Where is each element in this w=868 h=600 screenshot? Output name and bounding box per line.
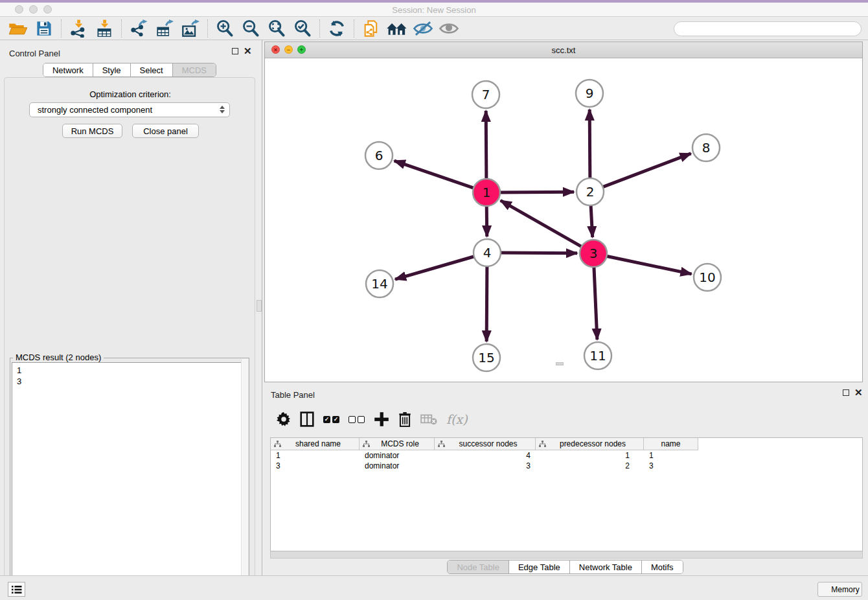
edge-2-8[interactable] — [601, 154, 691, 188]
close-panel-icon[interactable]: ✕ — [244, 48, 252, 54]
node-8[interactable]: 8 — [692, 134, 720, 161]
table-tabs: Node Table Edge Table Network Table Moti… — [262, 560, 868, 574]
node-4[interactable]: 4 — [474, 239, 501, 266]
cell-successor-nodes: 3 — [435, 461, 536, 470]
export-network-button[interactable] — [126, 18, 152, 39]
column-header-mcds-role[interactable]: MCDS role — [360, 438, 435, 450]
close-panel-button[interactable]: Close panel — [132, 124, 199, 138]
tab-style[interactable]: Style — [93, 63, 131, 76]
task-list-icon — [12, 585, 22, 594]
refresh-view-button[interactable] — [324, 18, 350, 39]
table-header-row: shared name MCDS role successor nodes pr… — [271, 438, 698, 450]
node-6[interactable]: 6 — [365, 142, 393, 169]
open-folder-icon — [8, 20, 28, 37]
export-table-button[interactable] — [152, 18, 177, 39]
network-overview-button[interactable] — [384, 18, 410, 39]
column-header-successor-nodes[interactable]: successor nodes — [435, 438, 536, 450]
network-graph: 7968124314101511 — [265, 58, 862, 382]
node-3[interactable]: 3 — [580, 240, 607, 267]
edge-2-9[interactable] — [589, 110, 590, 180]
node-label: 11 — [589, 348, 606, 363]
add-column-button[interactable] — [374, 410, 389, 429]
result-scrollbar[interactable] — [241, 359, 248, 592]
memory-status-dot — [820, 586, 828, 594]
open-session-button[interactable] — [5, 18, 31, 39]
edge-2-3[interactable] — [591, 203, 593, 237]
zoom-fit-button[interactable] — [264, 18, 290, 39]
edge-4-15[interactable] — [486, 264, 487, 341]
export-image-icon — [181, 19, 200, 38]
edge-1-6[interactable] — [394, 161, 475, 189]
import-network-button[interactable] — [65, 18, 91, 39]
tab-node-table[interactable]: Node Table — [448, 560, 509, 573]
table-settings-button[interactable] — [277, 410, 291, 429]
clone-network-button[interactable] — [358, 18, 384, 39]
edge-3-1[interactable] — [501, 200, 584, 248]
node-label: 2 — [586, 184, 595, 200]
edge-4-14[interactable] — [395, 256, 476, 279]
edge-1-7[interactable] — [486, 111, 486, 181]
control-panel: Control Panel ✕ Network Style Select MCD… — [0, 40, 259, 575]
node-label: 8 — [702, 140, 711, 156]
node-2[interactable]: 2 — [577, 178, 604, 205]
zoom-out-icon — [241, 19, 260, 38]
criterion-select[interactable]: strongly connected component — [29, 102, 230, 117]
hierarchy-icon — [274, 441, 281, 447]
node-label: 7 — [482, 87, 490, 102]
tab-network-table[interactable]: Network Table — [570, 560, 642, 573]
memory-button[interactable]: Memory — [817, 582, 862, 597]
node-7[interactable]: 7 — [472, 81, 499, 108]
close-panel-icon[interactable]: ✕ — [854, 389, 863, 396]
edge-1-4[interactable] — [486, 204, 487, 237]
node-10[interactable]: 10 — [694, 264, 721, 291]
search-input[interactable] — [674, 21, 862, 36]
tab-mcds[interactable]: MCDS — [173, 63, 216, 76]
edge-3-10[interactable] — [605, 256, 692, 274]
import-table-button[interactable] — [91, 18, 117, 39]
zoom-in-button[interactable] — [212, 18, 238, 39]
edge-4-3[interactable] — [499, 253, 577, 253]
column-header-predecessor-nodes[interactable]: predecessor nodes — [536, 438, 644, 450]
column-header-name[interactable]: name — [644, 438, 698, 450]
tab-edge-table[interactable]: Edge Table — [509, 560, 570, 573]
network-canvas[interactable]: 7968124314101511 — [265, 58, 862, 382]
select-all-button[interactable]: ✓✓ — [323, 410, 339, 429]
table-panel: Table Panel ✕ ✓✓ f(x) shared name — [262, 386, 868, 575]
tab-motifs[interactable]: Motifs — [642, 560, 683, 573]
column-header-shared-name[interactable]: shared name — [271, 438, 360, 450]
node-15[interactable]: 15 — [473, 344, 500, 371]
show-columns-button[interactable] — [300, 410, 314, 429]
delete-column-button[interactable] — [398, 410, 411, 429]
run-mcds-button[interactable]: Run MCDS — [62, 124, 122, 138]
optimization-criterion-label: Optimization criterion: — [5, 89, 256, 99]
hide-selected-button[interactable] — [410, 18, 436, 39]
network-window-titlebar[interactable]: × − + scc.txt — [265, 42, 862, 58]
clone-network-icon — [361, 19, 381, 38]
save-session-button[interactable] — [31, 18, 57, 39]
split-divider-grip[interactable] — [257, 300, 262, 312]
tab-select[interactable]: Select — [131, 63, 173, 76]
table-row[interactable]: 3 dominator 3 2 3 — [271, 461, 862, 471]
table-horizontal-scrollbar[interactable] — [270, 551, 863, 559]
canvas-scroll-grip[interactable] — [556, 362, 564, 365]
table-row[interactable]: 1 dominator 4 1 1 — [271, 450, 862, 461]
edge-3-11[interactable] — [594, 265, 597, 340]
export-image-button[interactable] — [177, 18, 203, 39]
node-1[interactable]: 1 — [473, 179, 500, 206]
hierarchy-icon — [539, 441, 546, 447]
edge-1-2[interactable] — [498, 192, 574, 192]
node-9[interactable]: 9 — [576, 80, 603, 107]
float-panel-icon[interactable] — [843, 389, 849, 396]
mcds-result-text[interactable]: 1 3 — [12, 362, 247, 596]
tab-network[interactable]: Network — [43, 63, 93, 76]
function-builder-button[interactable]: f(x) — [446, 410, 468, 429]
delete-table-button[interactable] — [420, 410, 437, 429]
float-panel-icon[interactable] — [232, 48, 238, 54]
deselect-all-button[interactable] — [348, 410, 365, 429]
node-14[interactable]: 14 — [366, 270, 393, 297]
node-11[interactable]: 11 — [584, 342, 611, 369]
zoom-selected-button[interactable] — [290, 18, 315, 39]
zoom-out-button[interactable] — [238, 18, 264, 39]
task-history-button[interactable] — [8, 582, 25, 597]
show-all-button[interactable] — [436, 18, 462, 39]
